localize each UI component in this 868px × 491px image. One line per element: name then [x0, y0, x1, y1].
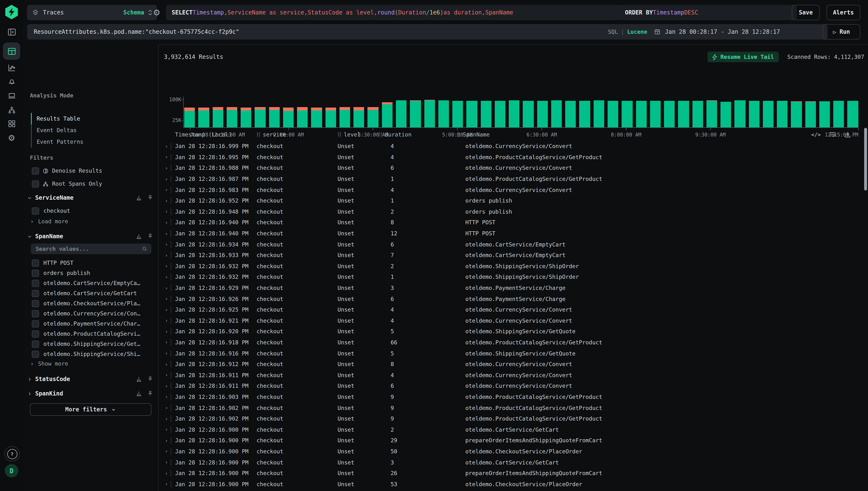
bar-chart-icon[interactable]: [136, 390, 142, 397]
histogram-bar[interactable]: [339, 107, 350, 127]
table-row[interactable]: › Jan 28 12:28:16.983 PM checkout Unset …: [162, 184, 868, 195]
drag-handle-icon[interactable]: [337, 132, 341, 137]
table-row[interactable]: › Jan 28 12:28:16.933 PM checkout Unset …: [162, 250, 868, 261]
chevron-down-icon[interactable]: [27, 195, 32, 200]
expand-row-icon[interactable]: ›: [162, 143, 171, 149]
table-row[interactable]: › Jan 28 12:28:16.988 PM checkout Unset …: [162, 163, 868, 173]
histogram-bar[interactable]: [283, 108, 294, 127]
histogram-bar[interactable]: [509, 100, 519, 127]
collapse-sidebar-icon[interactable]: [7, 27, 17, 37]
table-row[interactable]: › Jan 28 12:28:16.918 PM checkout Unset …: [162, 337, 868, 348]
expand-row-icon[interactable]: ›: [162, 263, 171, 269]
histogram-bar[interactable]: [311, 108, 322, 127]
histogram-bar[interactable]: [678, 101, 689, 127]
histogram-bar[interactable]: [410, 100, 421, 127]
histogram-bar[interactable]: [664, 101, 675, 127]
histogram-bar[interactable]: [241, 108, 251, 127]
checkbox[interactable]: [32, 340, 39, 347]
table-row[interactable]: › Jan 28 12:28:16.948 PM checkout Unset …: [162, 206, 868, 217]
table-row[interactable]: › Jan 28 12:28:16.912 PM checkout Unset …: [162, 359, 868, 370]
save-button[interactable]: Save: [792, 5, 820, 20]
table-row[interactable]: › Jan 28 12:28:16.902 PM checkout Unset …: [162, 413, 868, 424]
histogram-bar[interactable]: [297, 107, 308, 127]
language-lucene[interactable]: Lucene: [627, 28, 647, 35]
histogram-bar[interactable]: [481, 101, 491, 127]
col-timestamp[interactable]: Timestamp (Local): [171, 131, 257, 138]
table-row[interactable]: › Jan 28 12:28:16.902 PM checkout Unset …: [162, 403, 868, 413]
section-spanname[interactable]: SpanName: [27, 232, 153, 241]
filter-value-checkout[interactable]: checkout: [32, 206, 153, 215]
histogram-bar[interactable]: [650, 101, 661, 127]
histogram-bar[interactable]: [763, 101, 774, 127]
expand-row-icon[interactable]: ›: [162, 448, 171, 455]
expand-row-icon[interactable]: ›: [162, 209, 171, 215]
expand-row-icon[interactable]: ›: [162, 165, 171, 171]
histogram-bar[interactable]: [565, 100, 576, 127]
expand-row-icon[interactable]: ›: [162, 372, 171, 378]
spanname-filter-value[interactable]: oteldemo.ShippingService/Get…: [32, 339, 153, 349]
pin-icon[interactable]: [147, 194, 153, 201]
histogram-bar[interactable]: [622, 100, 632, 127]
toggle-root-spans-only[interactable]: Root Spans Only: [32, 179, 102, 189]
histogram-bar[interactable]: [607, 101, 619, 127]
checkbox[interactable]: [32, 180, 39, 187]
histogram-bar[interactable]: [396, 100, 407, 127]
histogram-bar[interactable]: [212, 107, 223, 127]
expand-row-icon[interactable]: ›: [162, 437, 171, 444]
table-row[interactable]: › Jan 28 12:28:16.900 PM checkout Unset …: [162, 479, 868, 490]
show-more-link[interactable]: Show more: [30, 359, 68, 368]
nav-item-services[interactable]: [7, 105, 17, 115]
table-row[interactable]: › Jan 28 12:28:16.929 PM checkout Unset …: [162, 282, 868, 293]
pin-icon[interactable]: [147, 390, 153, 397]
histogram-bar[interactable]: [184, 108, 195, 127]
pin-icon[interactable]: [147, 233, 153, 239]
histogram-bar[interactable]: [325, 108, 336, 127]
expand-row-icon[interactable]: ›: [162, 154, 171, 161]
drag-handle-icon[interactable]: [379, 132, 382, 137]
histogram-bar[interactable]: [707, 100, 717, 127]
spanname-filter-value[interactable]: oteldemo.CartService/GetCart: [32, 288, 153, 298]
table-row[interactable]: › Jan 28 12:28:16.934 PM checkout Unset …: [162, 239, 868, 250]
histogram-bar[interactable]: [833, 101, 844, 127]
source-select[interactable]: Traces Schema: [27, 5, 157, 20]
col-level[interactable]: level: [337, 131, 379, 138]
chevron-down-icon[interactable]: [27, 234, 32, 239]
histogram-bar[interactable]: [537, 100, 548, 127]
user-avatar[interactable]: D: [5, 464, 18, 478]
pin-icon[interactable]: [147, 376, 153, 382]
histogram-bar[interactable]: [255, 107, 266, 127]
checkbox[interactable]: [32, 320, 39, 327]
more-filters-button[interactable]: More filters: [30, 403, 151, 416]
expand-row-icon[interactable]: ›: [162, 198, 171, 204]
bar-chart-icon[interactable]: [136, 376, 142, 382]
histogram-bar[interactable]: [720, 102, 731, 127]
spanname-filter-value[interactable]: oteldemo.ShippingService/Shi…: [32, 349, 153, 359]
nav-item-alerts[interactable]: [7, 76, 17, 86]
nav-item-settings[interactable]: ⚙: [7, 133, 17, 143]
expand-row-icon[interactable]: ›: [162, 405, 171, 411]
load-more-link[interactable]: Load more: [30, 217, 68, 226]
checkbox[interactable]: [32, 269, 39, 277]
expand-row-icon[interactable]: ›: [162, 415, 171, 422]
col-spanname[interactable]: SpanName: [457, 131, 854, 138]
histogram-bar[interactable]: [227, 107, 238, 127]
chevron-right-icon[interactable]: [27, 376, 32, 382]
expand-row-icon[interactable]: ›: [162, 426, 171, 433]
table-row[interactable]: › Jan 28 12:28:16.940 PM checkout Unset …: [162, 228, 868, 239]
histogram-bar[interactable]: [438, 100, 449, 127]
orderby-clause-editor[interactable]: ORDER BY Timestamp DESC: [619, 5, 797, 20]
spanname-filter-value[interactable]: oteldemo.CheckoutService/Pla…: [32, 298, 153, 308]
histogram-bar[interactable]: [199, 108, 209, 127]
expand-row-icon[interactable]: ›: [162, 285, 171, 291]
search-input[interactable]: [33, 28, 604, 36]
histogram-bar[interactable]: [805, 101, 816, 127]
table-row[interactable]: › Jan 28 12:28:16.925 PM checkout Unset …: [162, 304, 868, 315]
expand-row-icon[interactable]: ›: [162, 318, 171, 324]
col-service[interactable]: service: [257, 131, 337, 138]
histogram-bar[interactable]: [847, 101, 858, 127]
nav-item-search-active[interactable]: [3, 42, 20, 60]
table-row[interactable]: › Jan 28 12:28:16.900 PM checkout Unset …: [162, 435, 868, 446]
section-statuscode[interactable]: StatusCode: [27, 374, 153, 384]
expand-row-icon[interactable]: ›: [162, 274, 171, 280]
mode-event-patterns[interactable]: Event Patterns: [37, 136, 83, 148]
